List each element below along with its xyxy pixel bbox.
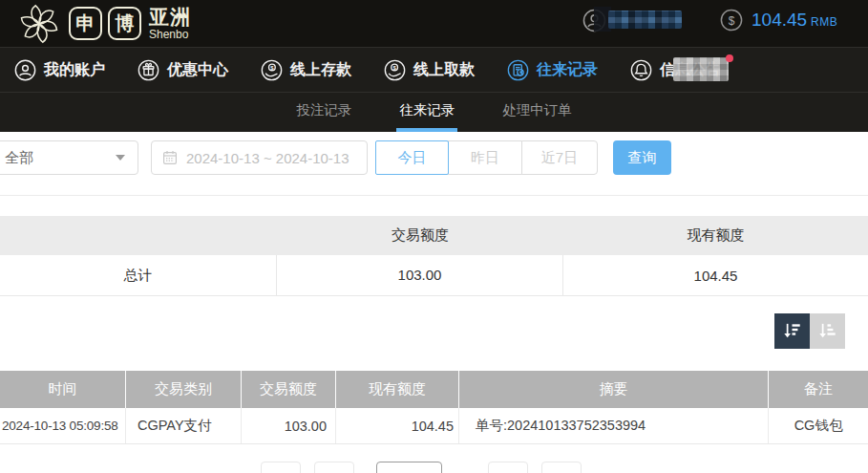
sort-controls [774,313,845,349]
pagination-current[interactable] [376,462,442,473]
pagination-button[interactable] [541,462,582,473]
col-summary: 摘要 [459,371,769,408]
balance-amount: 104.45 [752,10,807,31]
summary-col-transaction-amount: 交易额度 [277,226,563,245]
nav-item-transaction-records[interactable]: 往来记录 [507,59,598,81]
flower-logo-icon [15,2,63,46]
col-type: 交易类别 [126,371,242,408]
withdraw-icon: $ [384,59,406,81]
cell-remark: CG钱包 [769,408,868,443]
table-row: 2024-10-13 05:09:58 CGPAY支付 103.00 104.4… [0,408,868,444]
user-icon [14,59,36,81]
records-icon [507,59,529,81]
logo-char-box: 博 [108,7,141,40]
type-select-value: 全部 [5,149,33,167]
logo-char-box: 申 [69,7,102,40]
sort-descending-icon [782,321,802,341]
top-bar: 申 博 亚洲 Shenbo $ 104.45 RMB [0,0,868,47]
nav-item-deposit[interactable]: $ 线上存款 [261,59,351,81]
logo-region-text: 亚洲 [149,7,191,27]
notification-badge [726,54,733,62]
date-range-input[interactable]: 2024-10-13 ~ 2024-10-13 [151,140,368,175]
pagination-button[interactable] [261,462,301,473]
sort-ascending-button[interactable] [810,313,845,349]
pagination-button[interactable] [488,462,528,473]
date-range-value: 2024-10-13 ~ 2024-10-13 [186,150,349,166]
pagination-button[interactable] [314,462,354,473]
nav-item-withdraw[interactable]: $ 线上取款 [384,59,475,81]
deposit-icon: $ [261,59,283,81]
cell-time: 2024-10-13 05:09:58 [0,408,126,443]
nav-item-announcements[interactable]: 信息公告 [630,59,721,81]
transaction-records-page: 申 博 亚洲 Shenbo $ 104.45 RMB [0,0,868,473]
nav-label: 信息公告 [660,60,721,80]
yesterday-button[interactable]: 昨日 [448,140,522,175]
bell-icon [630,59,652,81]
tab-pending-orders[interactable]: 处理中订单 [499,93,575,132]
nav-label: 我的账户 [44,60,105,80]
col-time: 时间 [0,371,126,408]
summary-current-amount: 104.45 [563,268,868,284]
summary-col-current-amount: 现有额度 [563,226,868,245]
col-current-amount: 现有额度 [336,371,459,408]
last-7-days-button[interactable]: 近7日 [521,140,598,175]
sub-nav: 投注记录 往来记录 处理中订单 [0,92,868,132]
search-button[interactable]: 查询 [613,140,671,175]
nav-item-promotions[interactable]: 优惠中心 [138,59,228,81]
svg-text:$: $ [729,14,735,28]
cell-current-amount: 104.45 [336,408,459,443]
summary-total-label: 总计 [0,255,277,295]
nav-label: 优惠中心 [167,60,228,80]
cell-summary: 单号:202410133752353994 [459,408,769,443]
summary-table-header: 交易额度 现有额度 [0,216,868,255]
site-logo: 申 博 亚洲 Shenbo [15,1,191,46]
tab-betting-records[interactable]: 投注记录 [293,93,354,132]
tab-transaction-records[interactable]: 往来记录 [396,93,457,132]
quick-date-group: 今日 昨日 近7日 [375,140,598,175]
sort-ascending-icon [817,321,837,341]
summary-transaction-amount: 103.00 [277,255,563,295]
divider [0,195,868,196]
calendar-icon [162,150,178,165]
username-redacted [608,11,682,29]
nav-label: 线上取款 [413,60,475,80]
cell-type: CGPAY支付 [126,408,242,443]
col-transaction-amount: 交易额度 [242,371,336,408]
summary-total-row: 总计 103.00 104.45 [0,255,868,296]
nav-item-my-account[interactable]: 我的账户 [14,59,105,81]
balance-currency: RMB [811,15,837,29]
today-button[interactable]: 今日 [375,140,449,175]
logo-subtitle: Shenbo [149,29,191,40]
nav-label: 线上存款 [290,60,351,80]
gift-icon [138,59,159,81]
dollar-icon: $ [720,9,743,32]
type-select[interactable]: 全部 [0,140,138,175]
col-remark: 备注 [769,371,868,408]
nav-label: 往来记录 [537,60,598,80]
chevron-down-icon [116,155,125,161]
records-table-header: 时间 交易类别 交易额度 现有额度 摘要 备注 [0,371,868,408]
main-nav: 我的账户 优惠中心 $ [0,47,868,92]
sort-descending-button[interactable] [774,313,810,349]
redacted-patch [673,57,729,81]
cell-transaction-amount: 103.00 [242,408,336,443]
